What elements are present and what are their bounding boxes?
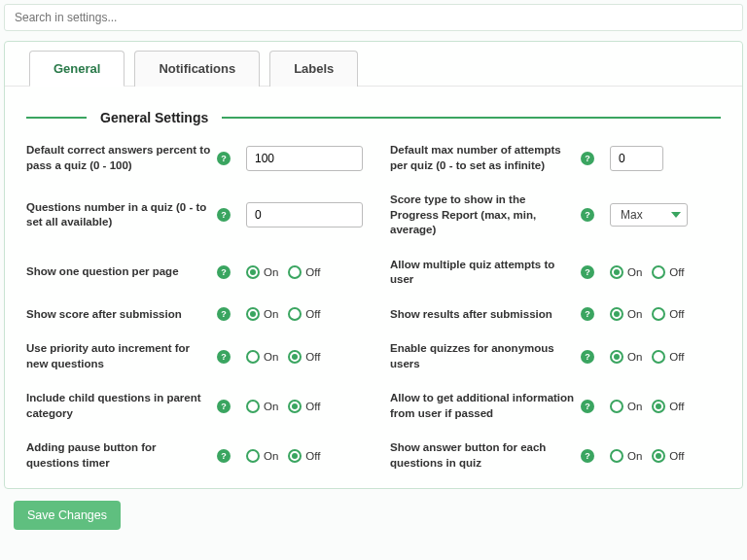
radio-on[interactable] — [246, 307, 260, 321]
radio-on-label[interactable]: On — [264, 308, 278, 320]
setting-show-results: Show results after submission ? On Off — [390, 307, 721, 323]
settings-panel: General Notifications Labels General Set… — [4, 41, 743, 489]
radio-group: On Off — [610, 307, 690, 321]
search-bar — [4, 4, 743, 31]
setting-label: Show one question per page — [26, 264, 211, 280]
setting-label: Use priority auto increment for new ques… — [26, 341, 211, 371]
radio-off[interactable] — [652, 400, 665, 413]
divider — [26, 117, 87, 119]
setting-label: Include child questions in parent catego… — [26, 391, 211, 421]
radio-off[interactable] — [652, 265, 665, 279]
radio-on-label[interactable]: On — [627, 266, 642, 278]
radio-on[interactable] — [246, 449, 260, 463]
radio-off-label[interactable]: Off — [669, 308, 684, 320]
help-icon[interactable]: ? — [581, 350, 594, 364]
radio-on[interactable] — [246, 400, 260, 413]
radio-on-label[interactable]: On — [627, 401, 642, 412]
setting-max-attempts: Default max number of attempts per quiz … — [390, 143, 721, 173]
radio-group: On Off — [610, 449, 690, 463]
tab-general[interactable]: General — [29, 51, 124, 87]
radio-off-label[interactable]: Off — [305, 266, 320, 278]
setting-score-type: Score type to show in the Progress Repor… — [390, 192, 721, 238]
radio-off-label[interactable]: Off — [305, 351, 320, 363]
radio-on-label[interactable]: On — [264, 450, 278, 462]
setting-label: Show answer button for each questions in… — [390, 440, 575, 471]
help-icon[interactable]: ? — [217, 400, 231, 413]
save-changes-button[interactable]: Save Changes — [14, 501, 121, 530]
help-icon[interactable]: ? — [217, 307, 231, 321]
radio-on[interactable] — [610, 350, 623, 364]
radio-off[interactable] — [652, 449, 665, 463]
help-icon[interactable]: ? — [217, 152, 231, 165]
tab-labels[interactable]: Labels — [269, 51, 358, 87]
help-icon[interactable]: ? — [581, 208, 594, 222]
radio-off[interactable] — [288, 400, 302, 413]
radio-off-label[interactable]: Off — [669, 450, 684, 462]
setting-label: Show results after submission — [390, 307, 575, 323]
radio-on[interactable] — [610, 400, 623, 413]
radio-off-label[interactable]: Off — [669, 401, 684, 412]
radio-on[interactable] — [246, 265, 260, 279]
radio-off[interactable] — [288, 350, 302, 364]
setting-label: Questions number in a quiz (0 - to set a… — [26, 200, 211, 230]
radio-group: On Off — [246, 265, 326, 279]
radio-on-label[interactable]: On — [264, 266, 278, 278]
help-icon[interactable]: ? — [581, 307, 594, 321]
radio-on[interactable] — [246, 350, 260, 364]
setting-questions-number: Questions number in a quiz (0 - to set a… — [26, 192, 363, 238]
radio-group: On Off — [610, 265, 690, 279]
help-icon[interactable]: ? — [217, 265, 231, 279]
help-icon[interactable]: ? — [217, 208, 231, 222]
tab-notifications[interactable]: Notifications — [134, 51, 260, 87]
questions-number-input[interactable] — [246, 202, 363, 228]
setting-label: Score type to show in the Progress Repor… — [390, 192, 575, 238]
radio-on-label[interactable]: On — [264, 351, 278, 363]
section-header: General Settings — [26, 110, 721, 125]
radio-on[interactable] — [610, 307, 623, 321]
radio-off[interactable] — [288, 265, 302, 279]
radio-off-label[interactable]: Off — [305, 450, 320, 462]
section-title: General Settings — [87, 110, 222, 125]
radio-on[interactable] — [610, 449, 623, 463]
help-icon[interactable]: ? — [581, 400, 594, 413]
setting-anonymous-quizzes: Enable quizzes for anonymous users ? On … — [390, 341, 721, 371]
radio-group: On Off — [610, 350, 690, 364]
setting-label: Allow to get additional information from… — [390, 391, 575, 421]
radio-off[interactable] — [288, 307, 302, 321]
setting-multiple-attempts: Allow multiple quiz attempts to user ? O… — [390, 258, 721, 288]
setting-label: Adding pause button for questions timer — [26, 440, 211, 471]
radio-on-label[interactable]: On — [627, 351, 642, 363]
setting-show-score: Show score after submission ? On Off — [26, 307, 363, 323]
tabs: General Notifications Labels — [5, 42, 742, 87]
radio-on-label[interactable]: On — [627, 450, 642, 462]
chevron-down-icon — [671, 212, 681, 218]
settings-grid: Default correct answers percent to pass … — [26, 143, 721, 471]
score-type-select[interactable]: Max — [610, 203, 688, 227]
radio-off-label[interactable]: Off — [305, 401, 320, 412]
help-icon[interactable]: ? — [581, 152, 594, 165]
radio-on-label[interactable]: On — [627, 308, 642, 320]
help-icon[interactable]: ? — [217, 449, 231, 463]
tab-content: General Settings Default correct answers… — [5, 87, 742, 488]
pass-percent-input[interactable] — [246, 146, 363, 171]
radio-off-label[interactable]: Off — [669, 266, 684, 278]
radio-group: On Off — [246, 400, 326, 413]
radio-off[interactable] — [652, 307, 665, 321]
max-attempts-input[interactable] — [610, 146, 663, 171]
setting-one-per-page: Show one question per page ? On Off — [26, 258, 363, 288]
radio-on[interactable] — [610, 265, 623, 279]
radio-off[interactable] — [652, 350, 665, 364]
radio-off-label[interactable]: Off — [669, 351, 684, 363]
radio-off[interactable] — [288, 449, 302, 463]
radio-off-label[interactable]: Off — [305, 308, 320, 320]
radio-on-label[interactable]: On — [264, 401, 278, 412]
search-input[interactable] — [15, 11, 732, 24]
setting-additional-info: Allow to get additional information from… — [390, 391, 721, 421]
setting-pass-percent: Default correct answers percent to pass … — [26, 143, 363, 173]
setting-label: Allow multiple quiz attempts to user — [390, 258, 575, 288]
setting-label: Default correct answers percent to pass … — [26, 143, 211, 173]
help-icon[interactable]: ? — [581, 449, 594, 463]
help-icon[interactable]: ? — [581, 265, 594, 279]
help-icon[interactable]: ? — [217, 350, 231, 364]
radio-group: On Off — [246, 350, 326, 364]
